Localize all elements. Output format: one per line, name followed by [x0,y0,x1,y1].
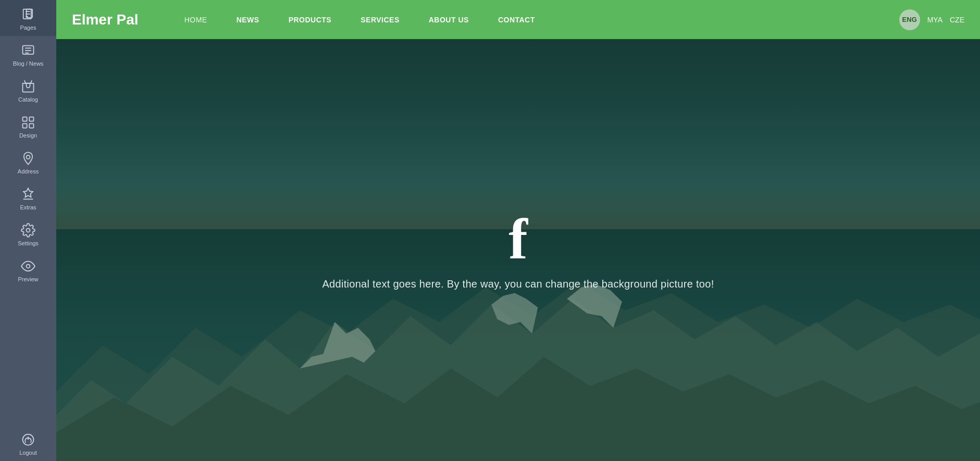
sidebar-label-extras: Extras [20,204,36,210]
svg-rect-6 [29,123,33,128]
catalog-icon [21,79,35,94]
sidebar-item-preview[interactable]: Preview [0,252,56,288]
language-selector: ENG MYA CZE [899,9,964,30]
blog-icon [21,43,35,58]
sidebar-item-logout[interactable]: Logout [0,425,56,461]
sidebar-item-pages[interactable]: Pages [0,0,56,36]
hero-section: f Additional text goes here. By the way,… [56,39,980,461]
svg-rect-5 [23,123,27,128]
sidebar-item-blog[interactable]: Blog / News [0,36,56,72]
settings-icon [21,223,35,238]
lang-active-badge[interactable]: ENG [899,9,920,30]
sidebar-label-catalog: Catalog [18,96,38,103]
nav-home[interactable]: HOME [170,0,222,39]
preview-icon [21,259,35,273]
svg-rect-3 [23,117,27,121]
sidebar-label-pages: Pages [20,24,36,31]
nav-services[interactable]: SERVICES [346,0,414,39]
svg-point-7 [27,155,30,159]
sidebar-label-logout: Logout [19,450,37,456]
logout-icon [21,432,35,447]
extras-icon [21,187,35,202]
address-icon [21,151,35,166]
sidebar-item-settings[interactable]: Settings [0,216,56,252]
svg-point-9 [27,265,30,268]
nav-news[interactable]: NEWS [222,0,274,39]
lang-cze[interactable]: CZE [950,16,964,24]
main-area: Elmer Pal HOME NEWS PRODUCTS SERVICES AB… [56,0,980,461]
nav-contact[interactable]: CONTACT [483,0,550,39]
sidebar-label-address: Address [18,168,39,175]
svg-point-8 [27,229,30,232]
hero-content: f Additional text goes here. By the way,… [322,210,714,290]
site-logo: Elmer Pal [72,11,139,28]
sidebar-label-preview: Preview [18,276,38,282]
sidebar-label-design: Design [19,132,37,139]
svg-rect-4 [29,117,33,121]
hero-facebook-icon: f [322,210,714,268]
pages-icon [21,7,35,22]
sidebar-item-address[interactable]: Address [0,144,56,180]
main-nav: HOME NEWS PRODUCTS SERVICES ABOUT US CON… [170,0,899,39]
sidebar-item-catalog[interactable]: Catalog [0,72,56,108]
lang-mya[interactable]: MYA [927,16,942,24]
hero-description: Additional text goes here. By the way, y… [322,278,714,290]
nav-about[interactable]: ABOUT US [414,0,483,39]
sidebar-label-blog: Blog / News [13,60,44,67]
sidebar-item-extras[interactable]: Extras [0,180,56,216]
sidebar-label-settings: Settings [18,240,39,246]
sidebar-item-design[interactable]: Design [0,108,56,144]
nav-products[interactable]: PRODUCTS [274,0,346,39]
sidebar: Pages Blog / News Catalog Design [0,0,56,461]
design-icon [21,115,35,130]
header: Elmer Pal HOME NEWS PRODUCTS SERVICES AB… [56,0,980,39]
